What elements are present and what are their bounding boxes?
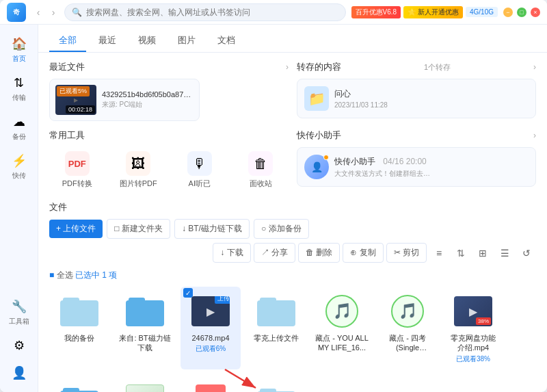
file-item-video[interactable]: ✓ ▶ 上传 24678.mp4 已观看6% (181, 287, 241, 369)
filter-icon[interactable]: ≡ (429, 244, 449, 263)
quick-avatar: 👤 (304, 155, 329, 179)
recent-thumb: ▶ 已观看5% 00:02:18 (55, 85, 96, 115)
file-item-pdf[interactable]: PDF 零克网盘功能介绍.pdf (181, 378, 241, 392)
sidebar-item-user[interactable]: 👤 (0, 359, 38, 387)
recent-file-meta: 来源: PC端始 (102, 100, 194, 109)
tab-all[interactable]: 全部 (49, 30, 86, 52)
tools-header: 常用工具 (49, 129, 289, 142)
toolbar-right: ↓ 下载 ↗ 分享 🗑 删除 ⊕ 复制 ✂ 剪切 ≡ ⇅ ⊞ ☰ ↺ (213, 243, 536, 263)
sidebar-label-quick: 快传 (12, 171, 26, 181)
tool-img2pdf[interactable]: 🖼 图片转PDF (111, 147, 167, 193)
tool-collect[interactable]: 🗑 面收站 (233, 147, 289, 193)
file-item-music2[interactable]: 🎵 藏点 - 四考 (Single Version)... (377, 287, 438, 369)
file-item-share-folder[interactable]: 6TB 来自: 分享 (49, 375, 109, 392)
forward-button[interactable]: › (46, 5, 60, 19)
sidebar-item-tools[interactable]: 🔧 工具箱 (0, 293, 38, 332)
back-button[interactable]: ‹ (31, 5, 45, 19)
tools-grid: PDF PDF转换 🖼 图片转PDF 🎙 AI听已 (49, 147, 289, 193)
promo-badge[interactable]: 百升优惠V6.8 (351, 6, 401, 18)
minimize-button[interactable]: − (503, 8, 513, 17)
title-bar: 奇 ‹ › 🔍 百升优惠V6.8 🌟 新人开通优惠 4G/10G − □ × (0, 0, 547, 25)
duration-overlay: 00:02:18 (66, 105, 95, 114)
file-item-backup[interactable]: 我的备份 (49, 287, 109, 369)
files-header: 文件 (49, 201, 536, 213)
list-view-icon[interactable]: ☰ (495, 244, 514, 263)
file-icon-wrap (124, 292, 165, 330)
sidebar: 🏠 首页 ⇅ 传输 ☁ 备份 ⚡ 快传 🔧 工具箱 ⚙ (0, 25, 38, 392)
transfer-date: 2023/11/03 11:28 (334, 101, 388, 109)
tool-voice[interactable]: 🎙 AI听已 (172, 147, 228, 193)
video-thumb-icon: ▶ 上传 (191, 296, 230, 326)
file-item-upload-folder[interactable]: 零克上传文件 (246, 287, 306, 369)
files-title: 文件 (49, 201, 67, 213)
file-item-wallpaper[interactable]: 零克精选壁纸 (246, 378, 306, 392)
tool-img-label: 图片转PDF (120, 179, 157, 189)
search-input[interactable] (86, 8, 338, 17)
close-button[interactable]: × (531, 8, 540, 17)
music-icon: 🎵 (391, 295, 424, 328)
settings-icon: ⚙ (11, 337, 27, 354)
quick-box[interactable]: 👤 快传小助手 04/16 20:00 大文件发送方式！创建群组去传输发送文..… (297, 147, 536, 187)
grid-view-icon[interactable]: ⊞ (473, 244, 492, 263)
maximize-button[interactable]: □ (517, 8, 526, 17)
sidebar-label-home: 首页 (12, 54, 26, 64)
transfer-info: 问心 2023/11/03 11:28 (334, 88, 388, 109)
file-item-jpg[interactable]: ▤ 6TB 零克网盘功能介绍.jpg (115, 375, 175, 392)
new-folder-button[interactable]: □ 新建文件夹 (107, 219, 170, 239)
download-button[interactable]: ↓ 下载 (213, 243, 250, 263)
tool-voice-label: AI听已 (189, 179, 211, 189)
recent-file-item[interactable]: ▶ 已观看5% 00:02:18 4329251b4bd6f05b0a87ca3… (49, 79, 200, 121)
share-button[interactable]: ↗ 分享 (254, 243, 295, 263)
tab-image[interactable]: 图片 (168, 30, 205, 52)
upload-button[interactable]: + 上传文件 (49, 220, 103, 238)
file-icon-wrap: ▶ 上传 (190, 292, 231, 330)
sections: 最近文件 › ▶ 已观看5% 00:02:18 (38, 53, 547, 392)
file-icon-wrap: 🎵 (387, 292, 428, 330)
recent-file-name: 4329251b4bd6f05b0a87ca3d91c7ee5f.mp4 (102, 90, 194, 99)
transfer-item[interactable]: 📁 问心 2023/11/03 11:28 (297, 79, 536, 118)
folder-icon (60, 296, 98, 326)
folder-icon (257, 387, 295, 392)
quick-section: 快传小助手 › 👤 快传小助手 04/16 20:00 (297, 129, 536, 193)
promo-new-badge[interactable]: 🌟 新人开通优惠 (403, 6, 463, 18)
select-all-checkbox[interactable]: ■ (49, 270, 54, 280)
file-icon-wrap: 🎵 (321, 292, 362, 330)
tab-video[interactable]: 视频 (129, 30, 165, 52)
quick-more[interactable]: › (533, 131, 536, 140)
quick-name: 快传小助手 04/16 20:00 (334, 156, 430, 168)
tools-icon: 🔧 (11, 298, 27, 315)
sidebar-item-home[interactable]: 🏠 首页 (0, 30, 38, 69)
add-backup-button[interactable]: ○ 添加备份 (254, 219, 309, 239)
home-icon: 🏠 (11, 36, 27, 52)
bt-download-button[interactable]: ↓ BT/磁力链下载 (174, 219, 250, 239)
sidebar-item-quick[interactable]: ⚡ 快传 (0, 147, 38, 186)
file-progress2: 已观看38% (456, 354, 490, 364)
window-controls: − □ × (503, 8, 540, 17)
tools-section: 常用工具 PDF PDF转换 🖼 图片转PDF (49, 129, 289, 193)
recent-more[interactable]: › (286, 62, 289, 72)
tool-pdf[interactable]: PDF PDF转换 (49, 147, 105, 193)
file-item-bt[interactable]: 来自: BT磁力链下载 (115, 287, 175, 369)
sidebar-label-transfer: 传输 (12, 93, 26, 103)
sidebar-item-backup[interactable]: ☁ 备份 (0, 108, 38, 147)
cut-button[interactable]: ✂ 剪切 (386, 243, 427, 263)
transfer-title: 转存的内容 (297, 61, 341, 73)
file-name: 来自: BT磁力链下载 (118, 333, 172, 353)
refresh-icon[interactable]: ↺ (517, 244, 536, 263)
search-icon: 🔍 (72, 8, 82, 17)
file-item-music1[interactable]: 🎵 藏点 - YOU ALL MY LIFE_16... (312, 287, 372, 369)
transfer-more[interactable]: › (533, 62, 536, 72)
tab-doc[interactable]: 文档 (208, 30, 245, 52)
tab-recent[interactable]: 最近 (89, 30, 126, 52)
copy-button[interactable]: ⊕ 复制 (343, 243, 383, 263)
files-section: 文件 + 上传文件 □ 新建文件夹 ↓ BT/磁力链下载 ○ 添加备份 ↓ 下载… (49, 201, 536, 392)
transfer-icon: ⇅ (11, 75, 27, 91)
sidebar-item-transfer[interactable]: ⇅ 传输 (0, 69, 38, 108)
delete-button[interactable]: 🗑 删除 (298, 243, 340, 263)
file-item-intro-mp4[interactable]: ▶ 38% 零克网盘功能介绍.mp4 已观看38% (443, 287, 503, 369)
recent-info: 4329251b4bd6f05b0a87ca3d91c7ee5f.mp4 来源:… (102, 90, 194, 109)
sidebar-item-settings[interactable]: ⚙ (0, 332, 38, 359)
sort-icon[interactable]: ⇅ (451, 244, 470, 263)
backup-icon: ☁ (11, 114, 27, 130)
top-tabs: 全部 最近 视频 图片 文档 (38, 25, 547, 53)
